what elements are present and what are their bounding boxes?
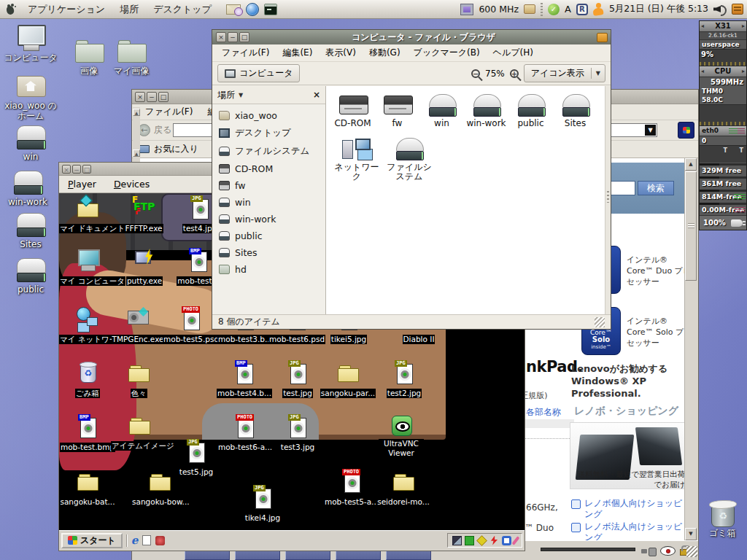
desktop-icon[interactable]: win xyxy=(3,124,58,162)
scroll-down-icon[interactable]: ▼ xyxy=(685,528,697,540)
menu-devices[interactable]: Devices xyxy=(105,179,158,190)
menu-edit[interactable]: 編集(E) xyxy=(276,47,319,59)
menu-item[interactable]: ファイル(F) xyxy=(138,106,200,118)
menu-player[interactable]: Player xyxy=(59,179,105,190)
network-tray-icon[interactable] xyxy=(452,536,462,545)
terminal-launcher-icon[interactable] xyxy=(264,4,277,15)
vm-desktop-icon[interactable]: 色々 xyxy=(110,359,167,399)
menu-file[interactable]: ファイル(F) xyxy=(215,47,276,59)
volume-icon[interactable] xyxy=(713,4,727,15)
back-button[interactable]: 戻る xyxy=(154,124,171,136)
vnc-eye-tray-icon[interactable] xyxy=(660,546,676,556)
file-item[interactable]: ファイルシステム xyxy=(383,137,436,182)
close-icon[interactable]: × xyxy=(216,32,226,42)
view-mode-select[interactable]: アイコン表示 ▼ xyxy=(524,64,605,82)
scroll-up-icon[interactable]: ▲ xyxy=(685,158,697,171)
vm-desktop-icon[interactable]: UltraVNC Viewer xyxy=(373,413,430,459)
vm-desktop-icon[interactable]: sangoku-bat... xyxy=(59,468,116,508)
menu-help[interactable]: ヘルプ(H) xyxy=(487,47,540,59)
app-tray-icon[interactable] xyxy=(502,536,511,545)
zoom-in-icon[interactable]: + xyxy=(510,69,519,78)
file-item[interactable]: win-work xyxy=(464,93,508,128)
user-applet-icon[interactable] xyxy=(593,3,604,16)
vm-desktop-icon[interactable]: sangoku-par... xyxy=(320,359,376,399)
desktop-icon[interactable]: ゴミ箱 xyxy=(694,500,747,538)
start-button[interactable]: スタート xyxy=(61,533,123,548)
menu-places[interactable]: 場所 xyxy=(112,0,146,18)
file-item[interactable]: public xyxy=(508,93,553,128)
sidebar-item[interactable]: public xyxy=(212,228,325,244)
vm-desktop-icon[interactable]: sangoku-bow... xyxy=(131,468,188,508)
sidebar-item[interactable]: win xyxy=(212,194,325,211)
minimize-icon[interactable]: − xyxy=(228,32,238,42)
maximize-icon[interactable]: □ xyxy=(239,32,249,42)
minimize-icon[interactable]: − xyxy=(72,165,81,174)
sidebar-header[interactable]: 場所 ▼ × xyxy=(212,86,325,104)
vm-desktop-icon[interactable]: マイ ドキュメント xyxy=(59,195,116,234)
desktop-icon[interactable]: コンピュータ xyxy=(3,25,58,63)
minimize-icon[interactable]: − xyxy=(147,92,157,102)
email-launcher-icon[interactable] xyxy=(226,4,241,15)
vm-desktop-icon[interactable]: マイ コンピュータ xyxy=(59,247,116,287)
input-method-indicator[interactable]: A xyxy=(565,4,571,15)
vm-desktop-icon[interactable]: test.jpg xyxy=(269,359,326,399)
sidebar-item[interactable]: fw xyxy=(212,177,325,194)
search-button[interactable]: 検索 xyxy=(638,181,674,195)
sidebar-item[interactable]: CD-ROM xyxy=(212,160,325,177)
sidebar-item[interactable]: デスクトップ xyxy=(212,124,325,142)
resize-grip[interactable] xyxy=(595,317,605,327)
file-item[interactable]: ネットワーク xyxy=(330,137,383,182)
desktop-icon[interactable]: Sites xyxy=(3,211,58,249)
resize-grip[interactable] xyxy=(686,546,697,557)
vertical-scrollbar[interactable]: ▲ ▼ xyxy=(684,158,697,540)
maximize-icon[interactable]: □ xyxy=(158,92,169,102)
scroll-up-icon[interactable]: ▲ xyxy=(133,109,140,116)
maximize-icon[interactable]: □ xyxy=(82,165,91,174)
vnc-tray-icon[interactable] xyxy=(489,536,499,545)
applet-icon[interactable] xyxy=(524,4,535,14)
vm-desktop-icon[interactable]: アイテムイメージ xyxy=(111,412,168,451)
vm-desktop-icon[interactable]: mob-test4.b... xyxy=(216,359,273,399)
cpu-frequency-applet[interactable]: 600 MHz xyxy=(479,4,519,15)
sidebar-item[interactable]: hd xyxy=(212,261,325,278)
vm-desktop-icon[interactable]: tikei4.jpg xyxy=(234,484,291,524)
dropdown-icon[interactable]: ▼ xyxy=(645,125,656,136)
vm-desktop-icon[interactable]: mob-test5-a... xyxy=(323,468,380,508)
update-ok-icon[interactable]: ✓ xyxy=(548,4,560,15)
file-item[interactable]: fw xyxy=(375,93,419,128)
document-icon[interactable] xyxy=(142,535,151,545)
scroll-up-icon[interactable]: ▲ xyxy=(133,149,140,157)
vm-desktop-icon[interactable]: putty.exe xyxy=(116,247,173,287)
vm-desktop-icon[interactable]: mob-test6-a... xyxy=(217,413,274,453)
shade-icon[interactable] xyxy=(597,33,608,42)
file-browser-window[interactable]: × − □ コンピュータ - ファイル・ブラウザ ファイル(F) 編集(E) 表… xyxy=(212,29,611,330)
desktop-icon[interactable]: win-work xyxy=(0,169,55,207)
file-item[interactable]: Sites xyxy=(553,93,597,128)
menu-applications[interactable]: アプリケーション xyxy=(20,0,112,18)
internet-explorer-icon[interactable]: e xyxy=(131,535,139,546)
gnome-menu-icon[interactable] xyxy=(4,3,18,16)
parts-link[interactable]: 各部名称 xyxy=(526,406,561,419)
desktop-icon[interactable]: public xyxy=(3,257,58,295)
menu-view[interactable]: 表示(V) xyxy=(319,47,363,59)
vm-desktop-icon[interactable]: mob-test.bmp xyxy=(59,413,116,453)
hostname[interactable]: X31 xyxy=(700,21,746,32)
network-tray-icon[interactable] xyxy=(641,546,656,556)
browser-launcher-icon[interactable] xyxy=(246,3,259,16)
shop-link-personal[interactable]: レノボ個人向けショッピング xyxy=(584,498,684,520)
menu-go[interactable]: 移動(G) xyxy=(363,47,407,59)
file-item[interactable]: win xyxy=(419,93,464,128)
zoom-level[interactable]: 75% xyxy=(485,69,505,79)
cpu-title[interactable]: CPU xyxy=(700,66,746,77)
diamond-tray-icon[interactable] xyxy=(476,535,487,546)
zoom-out-icon[interactable]: − xyxy=(471,69,480,78)
desktop-icon[interactable]: xiao_woo の ホーム xyxy=(3,73,58,121)
resize-handle[interactable] xyxy=(605,86,611,314)
system-monitor[interactable]: X31 2.6.16-ck1 userspace 9% CPU 599MHz T… xyxy=(699,20,747,230)
vm-desktop-icon[interactable]: TMPGEnc.exe xyxy=(109,306,166,345)
close-icon[interactable]: × xyxy=(135,92,145,102)
sidebar-item[interactable]: xiao_woo xyxy=(212,107,325,124)
vm-desktop-icon[interactable]: test2.jpg xyxy=(376,359,433,399)
vm-desktop-icon[interactable]: ごみ箱 xyxy=(59,359,116,399)
vm-desktop-icon[interactable]: seidorei-mo... xyxy=(375,468,432,508)
